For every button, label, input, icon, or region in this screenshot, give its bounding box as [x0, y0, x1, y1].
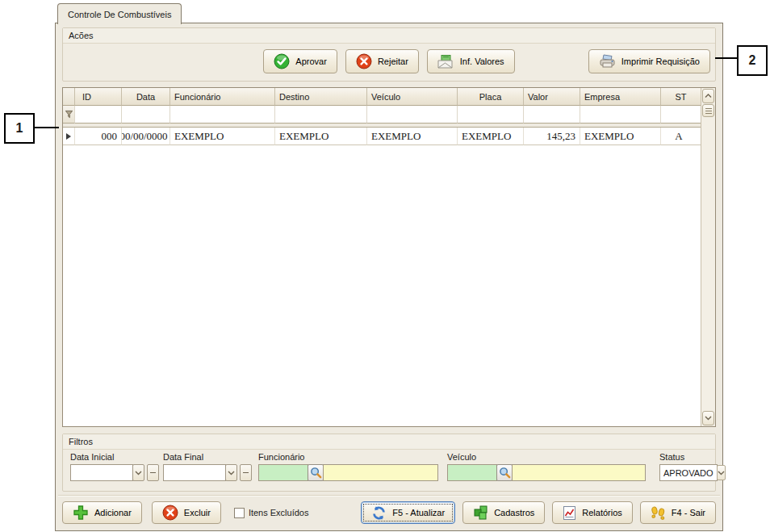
employee-search-icon[interactable] [308, 464, 324, 481]
vehicle-search-icon[interactable] [496, 464, 513, 481]
actions-group: Acões Aprovar Rejeitar [62, 27, 716, 82]
scrollbar-thumb[interactable] [702, 104, 714, 117]
cell-veiculo[interactable]: EXEMPLO [367, 128, 458, 145]
callout-1-line [33, 127, 59, 128]
reject-button[interactable]: Rejeitar [345, 49, 419, 73]
status-select[interactable]: APROVADO [659, 464, 718, 481]
col-header-id[interactable]: ID [75, 88, 122, 106]
footer-bar: Adicionar Excluir Itens Excluídos F5 - A… [62, 501, 716, 524]
grid-vertical-scrollbar[interactable] [701, 88, 715, 426]
filter-cell-destino[interactable] [275, 106, 367, 124]
reject-label: Rejeitar [378, 57, 408, 66]
x-circle-icon [162, 505, 178, 521]
start-date-input[interactable] [70, 464, 133, 481]
callout-1-label: 1 [16, 121, 23, 136]
employee-field: Funcionário [258, 452, 438, 481]
approve-label: Aprovar [295, 57, 327, 66]
checkbox-box[interactable] [234, 508, 245, 518]
start-date-chevron-down-icon[interactable] [132, 464, 144, 481]
row-indicator-icon[interactable] [63, 128, 75, 145]
col-header-empresa[interactable]: Empresa [580, 88, 661, 106]
x-circle-icon [356, 53, 372, 69]
col-header-destino[interactable]: Destino [275, 88, 367, 106]
col-header-data[interactable]: Data [122, 88, 170, 106]
end-date-field: Data Final [163, 452, 252, 481]
envelope-money-icon [437, 55, 454, 69]
filter-funnel-icon[interactable] [63, 106, 75, 124]
check-circle-icon [274, 53, 290, 69]
inf-values-label: Inf. Valores [460, 57, 504, 66]
reports-label: Relatórios [582, 508, 622, 517]
start-date-label: Data Inicial [70, 452, 159, 462]
delete-button[interactable]: Excluir [152, 501, 221, 524]
col-header-placa[interactable]: Placa [458, 88, 524, 106]
end-date-label: Data Final [163, 452, 252, 462]
status-value: APROVADO [660, 468, 717, 478]
print-request-button[interactable]: Imprimir Requisição [588, 49, 710, 73]
report-chart-icon [563, 505, 576, 521]
table-row[interactable]: 000 00/00/0000 EXEMPLO EXEMPLO EXEMPLO E… [63, 128, 701, 145]
filter-cell-valor[interactable] [524, 106, 580, 124]
cell-placa[interactable]: EXEMPLO [458, 128, 524, 145]
filter-cell-funcionario[interactable] [170, 106, 275, 124]
col-header-funcionario[interactable]: Funcionário [170, 88, 275, 106]
cell-empresa[interactable]: EXEMPLO [580, 128, 661, 145]
col-header-veiculo[interactable]: Veículo [367, 88, 458, 106]
cell-id[interactable]: 000 [75, 128, 122, 145]
end-date-input[interactable] [163, 464, 226, 481]
col-header-st[interactable]: ST [661, 88, 701, 106]
grid-corner-cell[interactable] [63, 88, 75, 106]
approve-button[interactable]: Aprovar [263, 49, 337, 73]
reports-button[interactable]: Relatórios [552, 501, 633, 524]
scrollbar-track[interactable] [701, 117, 715, 410]
status-label: Status [659, 452, 718, 462]
cubes-icon [473, 505, 488, 521]
tab-controle-de-combustiveis[interactable]: Controle De Combustíveis [57, 3, 182, 24]
start-date-field: Data Inicial [70, 452, 159, 481]
cell-funcionario[interactable]: EXEMPLO [170, 128, 275, 145]
filter-cell-data[interactable] [122, 106, 170, 124]
end-date-clear-button[interactable] [240, 464, 252, 481]
cell-st[interactable]: A [661, 128, 701, 145]
filter-cell-veiculo[interactable] [367, 106, 458, 124]
filter-cell-empresa[interactable] [580, 106, 661, 124]
inf-values-button[interactable]: Inf. Valores [427, 49, 515, 73]
scroll-down-icon[interactable] [702, 411, 714, 425]
filter-cell-st[interactable] [661, 106, 701, 124]
callout-2-line [715, 57, 737, 59]
cell-destino[interactable]: EXEMPLO [275, 128, 367, 145]
vehicle-field: Veículo [447, 452, 646, 481]
status-chevron-down-icon[interactable] [717, 465, 726, 480]
cell-valor[interactable]: 145,23 [524, 128, 580, 145]
add-button[interactable]: Adicionar [62, 501, 142, 524]
start-date-clear-button[interactable] [147, 464, 159, 481]
status-field: Status APROVADO [659, 452, 718, 481]
exit-button[interactable]: F4 - Sair [640, 501, 716, 524]
registers-button[interactable]: Cadastros [462, 501, 545, 524]
tab-label: Controle De Combustíveis [68, 10, 171, 19]
filters-caption: Filtros [63, 434, 715, 450]
end-date-chevron-down-icon[interactable] [225, 464, 237, 481]
cell-data[interactable]: 00/00/0000 [122, 128, 170, 145]
main-window: Acões Aprovar Rejeitar [55, 23, 723, 531]
grid-header-row: ID Data Funcionário Destino Veículo Plac… [63, 88, 701, 106]
refresh-icon [371, 505, 387, 521]
col-header-valor[interactable]: Valor [524, 88, 580, 106]
vehicle-code-input[interactable] [447, 464, 497, 481]
add-label: Adicionar [94, 508, 132, 517]
grid-main: ID Data Funcionário Destino Veículo Plac… [63, 88, 701, 426]
filter-cell-placa[interactable] [458, 106, 524, 124]
employee-code-input[interactable] [258, 464, 308, 481]
grid-empty-area [63, 145, 701, 426]
employee-label: Funcionário [258, 452, 438, 462]
scroll-up-icon[interactable] [702, 89, 714, 103]
vehicle-name-input[interactable] [512, 464, 646, 481]
refresh-button[interactable]: F5 - Atualizar [361, 501, 455, 524]
filter-cell-id[interactable] [75, 106, 122, 124]
deleted-items-checkbox[interactable]: Itens Excluídos [234, 508, 309, 518]
footprints-icon [651, 506, 666, 520]
employee-name-input[interactable] [323, 464, 438, 481]
screen: 1 2 Controle De Combustíveis Acões Aprov… [0, 0, 770, 532]
actions-caption: Acões [63, 28, 715, 44]
delete-label: Excluir [184, 508, 211, 517]
